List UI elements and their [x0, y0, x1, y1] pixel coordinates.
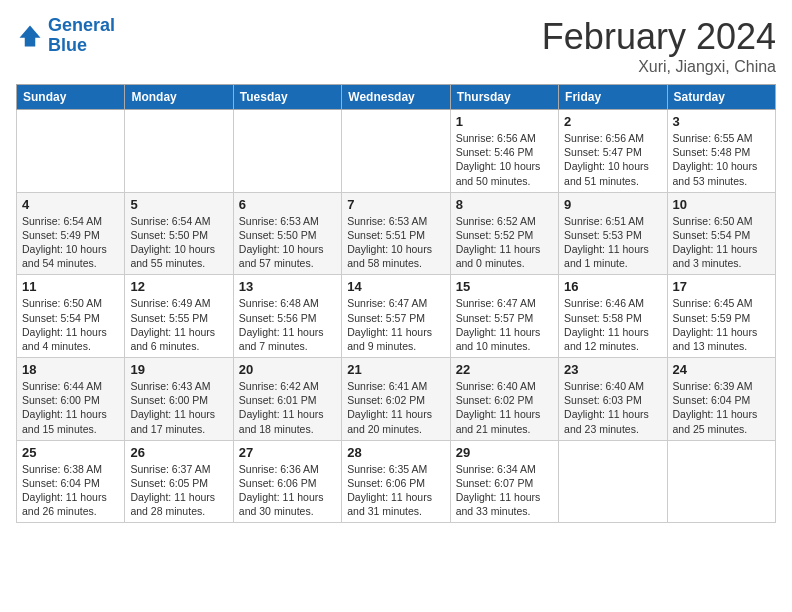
- day-number: 5: [130, 197, 227, 212]
- calendar-cell: [342, 110, 450, 193]
- month-title: February 2024: [542, 16, 776, 58]
- day-number: 29: [456, 445, 553, 460]
- day-number: 1: [456, 114, 553, 129]
- day-number: 19: [130, 362, 227, 377]
- calendar-cell: 19Sunrise: 6:43 AM Sunset: 6:00 PM Dayli…: [125, 358, 233, 441]
- calendar-cell: 18Sunrise: 6:44 AM Sunset: 6:00 PM Dayli…: [17, 358, 125, 441]
- day-number: 4: [22, 197, 119, 212]
- day-info: Sunrise: 6:50 AM Sunset: 5:54 PM Dayligh…: [22, 296, 119, 353]
- calendar-cell: 25Sunrise: 6:38 AM Sunset: 6:04 PM Dayli…: [17, 440, 125, 523]
- calendar-cell: 27Sunrise: 6:36 AM Sunset: 6:06 PM Dayli…: [233, 440, 341, 523]
- calendar-cell: 8Sunrise: 6:52 AM Sunset: 5:52 PM Daylig…: [450, 192, 558, 275]
- calendar-cell: 7Sunrise: 6:53 AM Sunset: 5:51 PM Daylig…: [342, 192, 450, 275]
- calendar-cell: 28Sunrise: 6:35 AM Sunset: 6:06 PM Dayli…: [342, 440, 450, 523]
- calendar-cell: [233, 110, 341, 193]
- day-number: 23: [564, 362, 661, 377]
- day-number: 20: [239, 362, 336, 377]
- calendar-cell: 9Sunrise: 6:51 AM Sunset: 5:53 PM Daylig…: [559, 192, 667, 275]
- calendar-cell: 12Sunrise: 6:49 AM Sunset: 5:55 PM Dayli…: [125, 275, 233, 358]
- day-info: Sunrise: 6:55 AM Sunset: 5:48 PM Dayligh…: [673, 131, 770, 188]
- day-info: Sunrise: 6:45 AM Sunset: 5:59 PM Dayligh…: [673, 296, 770, 353]
- logo-line1: General: [48, 15, 115, 35]
- calendar-week-row: 25Sunrise: 6:38 AM Sunset: 6:04 PM Dayli…: [17, 440, 776, 523]
- calendar-cell: [17, 110, 125, 193]
- day-number: 7: [347, 197, 444, 212]
- calendar-week-row: 4Sunrise: 6:54 AM Sunset: 5:49 PM Daylig…: [17, 192, 776, 275]
- calendar-cell: 11Sunrise: 6:50 AM Sunset: 5:54 PM Dayli…: [17, 275, 125, 358]
- day-info: Sunrise: 6:35 AM Sunset: 6:06 PM Dayligh…: [347, 462, 444, 519]
- day-info: Sunrise: 6:41 AM Sunset: 6:02 PM Dayligh…: [347, 379, 444, 436]
- day-info: Sunrise: 6:44 AM Sunset: 6:00 PM Dayligh…: [22, 379, 119, 436]
- weekday-header-friday: Friday: [559, 85, 667, 110]
- day-number: 22: [456, 362, 553, 377]
- calendar-cell: 15Sunrise: 6:47 AM Sunset: 5:57 PM Dayli…: [450, 275, 558, 358]
- calendar-cell: 10Sunrise: 6:50 AM Sunset: 5:54 PM Dayli…: [667, 192, 775, 275]
- day-number: 15: [456, 279, 553, 294]
- weekday-header-wednesday: Wednesday: [342, 85, 450, 110]
- day-number: 18: [22, 362, 119, 377]
- day-number: 12: [130, 279, 227, 294]
- calendar-cell: 4Sunrise: 6:54 AM Sunset: 5:49 PM Daylig…: [17, 192, 125, 275]
- logo-text: General Blue: [48, 16, 115, 56]
- day-info: Sunrise: 6:54 AM Sunset: 5:50 PM Dayligh…: [130, 214, 227, 271]
- weekday-header-monday: Monday: [125, 85, 233, 110]
- day-info: Sunrise: 6:49 AM Sunset: 5:55 PM Dayligh…: [130, 296, 227, 353]
- day-info: Sunrise: 6:34 AM Sunset: 6:07 PM Dayligh…: [456, 462, 553, 519]
- day-info: Sunrise: 6:42 AM Sunset: 6:01 PM Dayligh…: [239, 379, 336, 436]
- page-header: General Blue February 2024 Xuri, Jiangxi…: [16, 16, 776, 76]
- day-info: Sunrise: 6:54 AM Sunset: 5:49 PM Dayligh…: [22, 214, 119, 271]
- day-info: Sunrise: 6:40 AM Sunset: 6:03 PM Dayligh…: [564, 379, 661, 436]
- weekday-header-thursday: Thursday: [450, 85, 558, 110]
- day-info: Sunrise: 6:47 AM Sunset: 5:57 PM Dayligh…: [456, 296, 553, 353]
- weekday-header-tuesday: Tuesday: [233, 85, 341, 110]
- calendar-week-row: 18Sunrise: 6:44 AM Sunset: 6:00 PM Dayli…: [17, 358, 776, 441]
- logo: General Blue: [16, 16, 115, 56]
- day-number: 24: [673, 362, 770, 377]
- calendar-week-row: 11Sunrise: 6:50 AM Sunset: 5:54 PM Dayli…: [17, 275, 776, 358]
- calendar-cell: [559, 440, 667, 523]
- day-info: Sunrise: 6:50 AM Sunset: 5:54 PM Dayligh…: [673, 214, 770, 271]
- calendar-cell: 22Sunrise: 6:40 AM Sunset: 6:02 PM Dayli…: [450, 358, 558, 441]
- day-info: Sunrise: 6:39 AM Sunset: 6:04 PM Dayligh…: [673, 379, 770, 436]
- calendar-cell: 6Sunrise: 6:53 AM Sunset: 5:50 PM Daylig…: [233, 192, 341, 275]
- calendar-cell: 29Sunrise: 6:34 AM Sunset: 6:07 PM Dayli…: [450, 440, 558, 523]
- day-info: Sunrise: 6:47 AM Sunset: 5:57 PM Dayligh…: [347, 296, 444, 353]
- day-number: 21: [347, 362, 444, 377]
- logo-icon: [16, 22, 44, 50]
- day-info: Sunrise: 6:40 AM Sunset: 6:02 PM Dayligh…: [456, 379, 553, 436]
- calendar-cell: [125, 110, 233, 193]
- day-number: 14: [347, 279, 444, 294]
- calendar-cell: 24Sunrise: 6:39 AM Sunset: 6:04 PM Dayli…: [667, 358, 775, 441]
- title-block: February 2024 Xuri, Jiangxi, China: [542, 16, 776, 76]
- day-info: Sunrise: 6:53 AM Sunset: 5:51 PM Dayligh…: [347, 214, 444, 271]
- calendar-cell: 1Sunrise: 6:56 AM Sunset: 5:46 PM Daylig…: [450, 110, 558, 193]
- calendar-body: 1Sunrise: 6:56 AM Sunset: 5:46 PM Daylig…: [17, 110, 776, 523]
- day-number: 27: [239, 445, 336, 460]
- weekday-header-row: SundayMondayTuesdayWednesdayThursdayFrid…: [17, 85, 776, 110]
- day-info: Sunrise: 6:51 AM Sunset: 5:53 PM Dayligh…: [564, 214, 661, 271]
- svg-marker-0: [20, 25, 41, 46]
- calendar-cell: 5Sunrise: 6:54 AM Sunset: 5:50 PM Daylig…: [125, 192, 233, 275]
- day-info: Sunrise: 6:46 AM Sunset: 5:58 PM Dayligh…: [564, 296, 661, 353]
- day-info: Sunrise: 6:56 AM Sunset: 5:46 PM Dayligh…: [456, 131, 553, 188]
- weekday-header-sunday: Sunday: [17, 85, 125, 110]
- day-number: 2: [564, 114, 661, 129]
- day-number: 28: [347, 445, 444, 460]
- day-number: 6: [239, 197, 336, 212]
- weekday-header-saturday: Saturday: [667, 85, 775, 110]
- day-number: 17: [673, 279, 770, 294]
- logo-line2: Blue: [48, 35, 87, 55]
- day-number: 10: [673, 197, 770, 212]
- day-number: 13: [239, 279, 336, 294]
- calendar-header: SundayMondayTuesdayWednesdayThursdayFrid…: [17, 85, 776, 110]
- calendar-cell: 3Sunrise: 6:55 AM Sunset: 5:48 PM Daylig…: [667, 110, 775, 193]
- calendar-cell: 20Sunrise: 6:42 AM Sunset: 6:01 PM Dayli…: [233, 358, 341, 441]
- calendar-cell: 14Sunrise: 6:47 AM Sunset: 5:57 PM Dayli…: [342, 275, 450, 358]
- day-info: Sunrise: 6:38 AM Sunset: 6:04 PM Dayligh…: [22, 462, 119, 519]
- calendar-table: SundayMondayTuesdayWednesdayThursdayFrid…: [16, 84, 776, 523]
- location: Xuri, Jiangxi, China: [542, 58, 776, 76]
- day-number: 26: [130, 445, 227, 460]
- day-number: 11: [22, 279, 119, 294]
- calendar-cell: 2Sunrise: 6:56 AM Sunset: 5:47 PM Daylig…: [559, 110, 667, 193]
- day-info: Sunrise: 6:53 AM Sunset: 5:50 PM Dayligh…: [239, 214, 336, 271]
